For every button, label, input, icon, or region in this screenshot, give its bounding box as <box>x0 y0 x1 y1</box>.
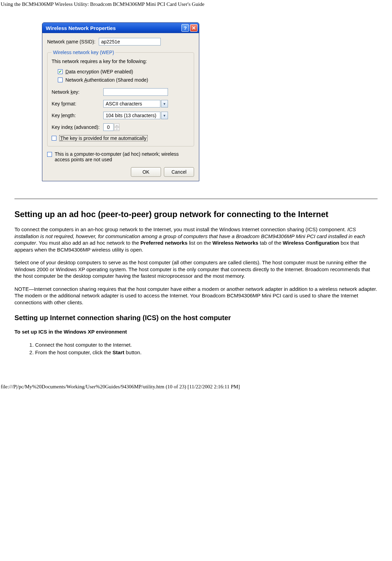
network-auth-label: Network Authentication (Shared mode) <box>65 77 148 83</box>
key-index-label: Key index (advanced): <box>52 124 103 130</box>
wireless-properties-dialog: Wireless Network Properties ? Network na… <box>42 22 199 181</box>
key-format-label: Key format: <box>52 101 103 106</box>
network-key-label: Network key: <box>52 89 103 95</box>
key-length-select[interactable]: 104 bits (13 characters) ▾ <box>103 112 168 119</box>
wep-group: Wireless network key (WEP) This network … <box>47 50 194 146</box>
network-auth-checkbox[interactable] <box>58 78 63 82</box>
dialog-title: Wireless Network Properties <box>46 25 180 31</box>
separator <box>14 198 378 199</box>
adhoc-checkbox[interactable] <box>47 152 52 157</box>
ok-button[interactable]: OK <box>131 167 161 177</box>
dialog-titlebar[interactable]: Wireless Network Properties ? <box>42 23 199 33</box>
auto-key-label: The key is provided for me automatically <box>59 135 148 141</box>
close-button[interactable] <box>190 24 198 32</box>
adhoc-label: This is a computer-to-computer (ad hoc) … <box>55 151 194 162</box>
steps-list: Connect the host computer to the Interne… <box>35 341 378 356</box>
wep-legend: Wireless network key (WEP) <box>52 50 115 55</box>
section-heading-xp: To set up ICS in the Windows XP environm… <box>14 329 378 335</box>
section-heading-adhoc: Setting up an ad hoc (peer-to-peer) grou… <box>14 210 378 219</box>
key-length-label: Key length: <box>52 113 103 118</box>
chevron-down-icon[interactable]: ▾ <box>161 100 168 108</box>
network-key-input[interactable] <box>103 88 168 96</box>
auto-key-checkbox[interactable] <box>52 136 56 141</box>
section-heading-ics: Setting up Internet connection sharing (… <box>14 314 378 322</box>
paragraph-2: Select one of your desktop computers to … <box>14 259 378 279</box>
cancel-button[interactable]: Cancel <box>164 167 194 177</box>
list-item: Connect the host computer to the Interne… <box>35 341 378 348</box>
ssid-label: Network name (SSID): <box>47 39 99 44</box>
key-index-stepper[interactable]: 0 ▲ ▼ <box>103 123 119 131</box>
list-item: From the host computer, click the Start … <box>35 349 378 356</box>
paragraph-1: To connect the computers in an an-hoc gr… <box>14 226 378 253</box>
content-area: Wireless Network Properties ? Network na… <box>0 9 392 370</box>
paragraph-3: NOTE—Internet connection sharing require… <box>14 286 378 306</box>
key-format-select[interactable]: ASCII characters ▾ <box>103 100 168 108</box>
help-button[interactable]: ? <box>181 24 189 32</box>
ssid-input[interactable]: ap2251e <box>99 38 161 45</box>
stepper-up-icon[interactable]: ▲ <box>114 123 119 127</box>
page-header: Using the BCM94306MP Wireless Utility: B… <box>0 0 392 9</box>
requires-text: This network requires a key for the foll… <box>52 59 190 64</box>
page-footer: file:///P|/pc/My%20Documents/Working/Use… <box>0 370 392 392</box>
stepper-down-icon[interactable]: ▼ <box>114 127 119 131</box>
data-encryption-checkbox[interactable]: ✔ <box>58 69 63 74</box>
chevron-down-icon[interactable]: ▾ <box>161 112 168 119</box>
data-encryption-label: Data encryption (WEP enabled) <box>65 69 133 74</box>
